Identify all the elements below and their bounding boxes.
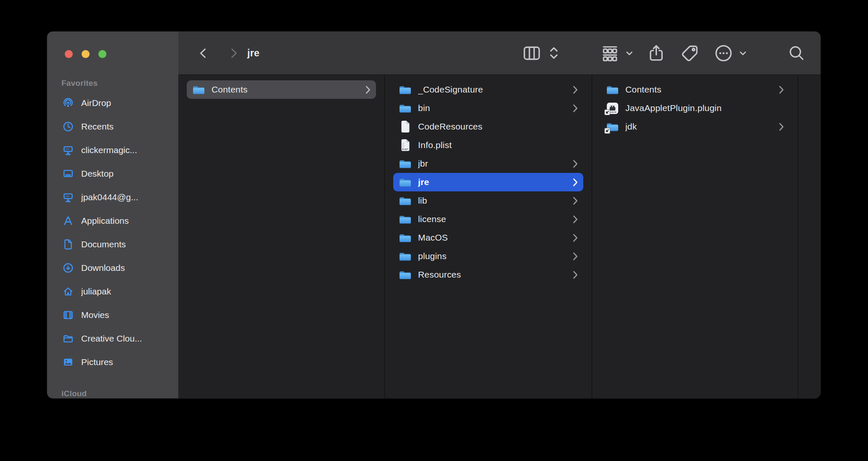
view-mode-button[interactable] [522,32,541,74]
file-name: Resources [418,270,566,280]
file-name: bin [418,103,566,113]
file-row-license[interactable]: license [393,210,583,228]
sidebar-item-label: Creative Clou... [81,334,142,344]
sidebar-section-icloud: iCloud [47,388,178,398]
file-row-contents[interactable]: Contents [187,80,376,99]
folder-icon [62,333,74,344]
file-row-jbr[interactable]: jbr [393,154,583,173]
sidebar-item-label: AirDrop [81,98,111,108]
group-by-button[interactable] [601,32,619,74]
toolbar: jre [178,32,820,75]
chevron-left-icon [197,47,210,60]
file-row-jre[interactable]: jre [393,173,583,191]
sidebar-item-label: jpak0444@g... [81,192,138,202]
file-row-macos[interactable]: MacOS [393,228,583,247]
file-name: jre [418,177,566,187]
back-button[interactable] [197,32,210,74]
film-icon [62,309,74,321]
clock-icon [62,121,74,132]
sidebar-item-label: Downloads [81,263,125,273]
file-row-jdk[interactable]: jdk [601,117,789,136]
sidebar-item-label: Pictures [81,357,113,367]
sidebar-item-juliapak[interactable]: juliapak [47,280,178,303]
sidebar-item-jpak0444[interactable]: jpak0444@g... [47,185,178,209]
folder-icon [398,231,412,244]
forward-button[interactable] [227,32,240,74]
chevron-right-icon [572,159,578,168]
file-row-infoplist[interactable]: Info.plist [393,136,583,154]
file-row-codesignature[interactable]: _CodeSignature [393,80,583,99]
view-stepper-button[interactable] [548,32,559,74]
column-3: Contents JavaAppletPlugin.plugin [592,75,798,398]
more-actions-menu-button[interactable] [738,32,747,74]
file-name: Info.plist [418,140,578,150]
sidebar-section-favorites: Favorites [47,78,178,89]
search-button[interactable] [788,32,805,74]
file-row-javaappletplugin[interactable]: JavaAppletPlugin.plugin [601,99,789,117]
file-name: MacOS [418,233,566,243]
chevron-right-icon [572,215,578,224]
alias-badge-icon [604,128,610,134]
sidebar-item-desktop[interactable]: Desktop [47,162,178,185]
sidebar-item-label: Documents [81,239,126,249]
file-row-resources[interactable]: Resources [393,265,583,284]
file-row-bin[interactable]: bin [393,99,583,117]
sidebar-item-label: juliapak [81,286,111,297]
column-browser: Contents _CodeSignature bin [178,75,820,398]
window-title: jre [247,32,259,74]
sidebar-item-label: Recents [81,122,114,132]
chevron-right-icon [572,104,578,113]
sidebar-item-label: Desktop [81,169,114,179]
plugin-icon [606,102,619,114]
file-name: CodeResources [418,122,578,132]
file-name: Contents [625,85,772,95]
main-area: jre [178,32,820,398]
desktop-icon [62,168,74,180]
sidebar-list: Favorites AirDrop Recents clickermagic..… [47,32,178,398]
chevron-right-icon [778,85,784,94]
file-row-plugins[interactable]: plugins [393,247,583,265]
chevron-down-icon [738,49,747,58]
share-button[interactable] [647,32,666,74]
sidebar-item-movies[interactable]: Movies [47,303,178,327]
sidebar-item-label: clickermagic... [81,145,137,155]
file-name: JavaAppletPlugin.plugin [625,103,784,113]
sidebar-item-applications[interactable]: Applications [47,209,178,233]
folder-alias-icon [606,120,619,133]
plist-document-icon [398,139,412,151]
folder-icon [192,83,205,96]
file-name: lib [418,196,566,206]
group-by-menu-button[interactable] [625,32,634,74]
folder-icon [398,213,412,225]
zoom-button[interactable] [98,50,106,58]
file-row-coderesources[interactable]: CodeResources [393,117,583,136]
file-name: jdk [625,122,772,132]
more-actions-button[interactable] [714,32,733,74]
sidebar-item-clickermagic[interactable]: clickermagic... [47,138,178,162]
sidebar: Favorites AirDrop Recents clickermagic..… [47,32,178,398]
file-row-contents[interactable]: Contents [601,80,789,99]
folder-icon [398,268,412,281]
sidebar-item-airdrop[interactable]: AirDrop [47,91,178,115]
server-icon [62,144,74,156]
sidebar-item-documents[interactable]: Documents [47,233,178,256]
file-row-lib[interactable]: lib [393,191,583,210]
column-view-icon [522,44,541,63]
window-controls [65,50,106,58]
chevron-right-icon [572,196,578,205]
chevron-right-icon [227,47,240,60]
sidebar-item-downloads[interactable]: Downloads [47,256,178,280]
chevron-right-icon [365,85,371,94]
tag-button[interactable] [680,32,699,74]
close-button[interactable] [65,50,73,58]
sidebar-item-recents[interactable]: Recents [47,115,178,138]
sidebar-item-pictures[interactable]: Pictures [47,350,178,374]
minimize-button[interactable] [82,50,90,58]
photo-icon [62,356,74,368]
folder-icon [398,83,412,96]
folder-icon [398,102,412,114]
folder-icon [398,250,412,262]
sidebar-item-creative-cloud[interactable]: Creative Clou... [47,327,178,350]
search-icon [788,45,805,61]
column-1: Contents [178,75,384,398]
